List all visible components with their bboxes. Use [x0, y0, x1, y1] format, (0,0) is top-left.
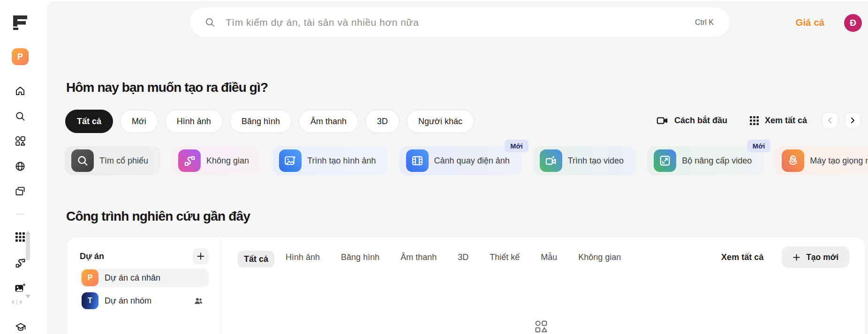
apps-grid-icon[interactable]: [15, 231, 26, 243]
tool-card-video-generator[interactable]: Trình tạo video: [533, 146, 636, 175]
shapes-icon[interactable]: [15, 135, 26, 147]
stock-search-icon: [71, 149, 94, 172]
tab-audio[interactable]: Âm thanh: [400, 252, 437, 262]
search-bar[interactable]: Tìm kiếm dự án, tài sản và nhiều hơn nữa…: [190, 7, 730, 37]
recent-title: Công trình nghiên cứu gần đây: [66, 209, 250, 224]
hero-filter-row: Tất cả Mới Hình ảnh Băng hình Âm thanh 3…: [65, 110, 474, 133]
tool-card-voice-generator[interactable]: Máy tạo giọng nói: [775, 146, 868, 175]
search-shortcut: Ctrl K: [695, 18, 714, 27]
vector-path-icon[interactable]: [15, 257, 26, 268]
image-generator-icon: [279, 149, 302, 172]
learn-icon[interactable]: [15, 322, 26, 333]
video-upscaler-icon: [654, 149, 676, 172]
tool-card-label: Không gian: [206, 156, 249, 166]
getting-started-label: Cách bắt đầu: [674, 116, 727, 126]
new-badge: Mới: [505, 140, 528, 152]
shared-people-icon: [194, 297, 203, 305]
tab-images[interactable]: Hình ảnh: [286, 252, 320, 262]
recent-works-card: Dự án P Dự án cá nhân T Dự án nhóm: [68, 238, 865, 334]
create-new-label: Tạo mới: [806, 252, 838, 262]
pricing-link[interactable]: Giá cả: [795, 17, 824, 28]
tab-templates[interactable]: Mẫu: [541, 252, 557, 262]
search-placeholder: Tìm kiếm dự án, tài sản và nhiều hơn nữa: [226, 17, 419, 28]
new-badge: Mới: [747, 140, 770, 152]
tab-all[interactable]: Tất cả: [238, 251, 274, 267]
hero-controls: Cách bắt đầu Xem tất cả: [656, 112, 860, 128]
video-camera-icon: [656, 114, 669, 127]
recent-tabs-row: Tất cả Hình ảnh Băng hình Âm thanh 3D Th…: [238, 246, 849, 268]
carousel-next-button[interactable]: [845, 112, 860, 128]
team-project-label: Dự án nhóm: [105, 296, 151, 306]
sidebar: P: [0, 0, 47, 334]
getting-started-link[interactable]: Cách bắt đầu: [656, 114, 727, 127]
add-project-button[interactable]: [193, 248, 209, 264]
folders-icon[interactable]: [15, 186, 26, 197]
tab-video[interactable]: Băng hình: [341, 252, 379, 262]
sidebar-project-chip[interactable]: P: [12, 48, 29, 65]
hero-view-all-link[interactable]: Xem tất cả: [749, 116, 807, 126]
hero-title: Hôm nay bạn muốn tạo ra điều gì?: [66, 80, 268, 95]
filter-other[interactable]: Người khác: [407, 110, 474, 133]
filter-new[interactable]: Mới: [120, 110, 158, 133]
team-project-chip: T: [82, 292, 98, 309]
project-item-personal[interactable]: P Dự án cá nhân: [80, 268, 209, 287]
tool-card-video-upscaler[interactable]: Bộ nâng cấp videoMới: [647, 146, 764, 175]
tools-row: Tìm cổ phiếu Không gian Trình tạo hình ả…: [65, 140, 868, 175]
search-icon: [204, 17, 215, 28]
freepik-logo-icon[interactable]: [13, 15, 27, 32]
projects-panel: Dự án P Dự án cá nhân T Dự án nhóm: [68, 238, 221, 334]
scroll-down-icon[interactable]: [25, 292, 30, 296]
tool-card-label: Trình tạo hình ảnh: [307, 156, 376, 166]
tab-3d[interactable]: 3D: [458, 252, 468, 262]
cinematic-frames-icon: [406, 149, 429, 172]
sidebar-divider: [15, 214, 25, 215]
tool-card-label: Cảnh quay điện ảnh: [434, 156, 510, 166]
tool-card-label: Bộ nâng cấp video: [682, 156, 752, 166]
tool-card-cinematic-frames[interactable]: Cảnh quay điện ảnhMới: [400, 146, 522, 175]
voice-generator-icon: [782, 149, 804, 172]
tool-card-label: Trình tạo video: [568, 156, 624, 166]
avatar[interactable]: Đ: [844, 14, 862, 32]
tool-card-spaces[interactable]: Không gian: [172, 146, 261, 175]
spaces-icon: [178, 149, 201, 172]
grid-icon: [749, 116, 759, 126]
tab-design[interactable]: Thiết kế: [490, 252, 520, 262]
main-panel: Tìm kiếm dự án, tài sản và nhiều hơn nữa…: [47, 1, 868, 334]
recent-right-panel: Tất cả Hình ảnh Băng hình Âm thanh 3D Th…: [222, 238, 865, 334]
empty-state-shapes-icon: [535, 320, 547, 333]
filter-3d[interactable]: 3D: [365, 110, 400, 133]
recent-view-all-link[interactable]: Xem tất cả: [721, 252, 763, 262]
search-nav-icon[interactable]: [15, 111, 26, 122]
tool-card-image-generator[interactable]: Trình tạo hình ảnh: [272, 146, 388, 175]
tool-card-label: Máy tạo giọng nói: [810, 156, 868, 166]
filter-video[interactable]: Băng hình: [230, 110, 292, 133]
filter-audio[interactable]: Âm thanh: [299, 110, 358, 133]
globe-icon[interactable]: [15, 161, 26, 172]
image-sparkle-icon[interactable]: [15, 282, 26, 294]
tool-card-label: Tìm cổ phiếu: [99, 156, 148, 166]
tab-spaces[interactable]: Không gian: [578, 252, 621, 262]
projects-panel-title: Dự án: [80, 252, 104, 261]
carousel-prev-button[interactable]: [822, 112, 838, 128]
personal-project-chip: P: [82, 269, 98, 286]
filter-all[interactable]: Tất cả: [65, 110, 113, 133]
sidebar-scrollbar[interactable]: [26, 234, 30, 260]
scroll-up-icon[interactable]: [25, 228, 30, 232]
create-new-button[interactable]: Tạo mới: [782, 246, 849, 268]
filter-images[interactable]: Hình ảnh: [165, 110, 223, 133]
project-item-team[interactable]: T Dự án nhóm: [80, 291, 209, 310]
video-generator-icon: [540, 149, 562, 172]
tool-card-stock-search[interactable]: Tìm cổ phiếu: [65, 146, 160, 175]
home-icon[interactable]: [15, 85, 26, 96]
hero-view-all-label: Xem tất cả: [765, 116, 807, 126]
collapse-sidebar-icon[interactable]: [11, 298, 23, 304]
personal-project-label: Dự án cá nhân: [105, 273, 160, 283]
